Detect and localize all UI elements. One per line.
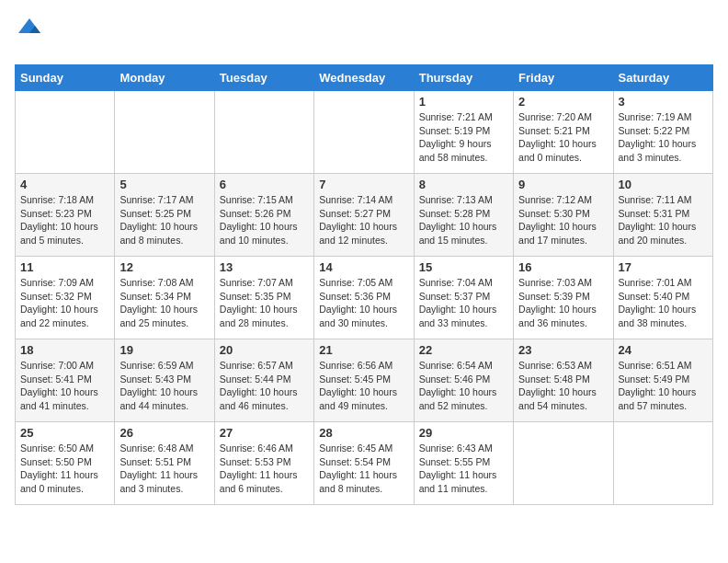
week-row-1: 1Sunrise: 7:21 AM Sunset: 5:19 PM Daylig…	[16, 91, 713, 174]
header-cell-thursday: Thursday	[414, 65, 513, 91]
day-cell: 23Sunrise: 6:53 AM Sunset: 5:48 PM Dayli…	[514, 339, 613, 422]
day-cell: 12Sunrise: 7:08 AM Sunset: 5:34 PM Dayli…	[115, 257, 214, 339]
day-cell: 29Sunrise: 6:43 AM Sunset: 5:55 PM Dayli…	[414, 422, 513, 505]
day-cell	[16, 91, 115, 174]
day-number: 13	[220, 260, 309, 274]
day-number: 24	[619, 343, 708, 357]
day-number: 8	[419, 178, 508, 191]
day-info: Sunrise: 6:46 AM Sunset: 5:53 PM Dayligh…	[220, 442, 309, 496]
day-number: 14	[319, 260, 408, 274]
day-cell	[115, 91, 214, 174]
day-info: Sunrise: 7:08 AM Sunset: 5:34 PM Dayligh…	[119, 276, 209, 330]
day-info: Sunrise: 7:20 AM Sunset: 5:21 PM Dayligh…	[518, 110, 608, 165]
day-info: Sunrise: 7:12 AM Sunset: 5:30 PM Dayligh…	[518, 193, 608, 247]
day-cell	[214, 91, 313, 174]
day-cell: 9Sunrise: 7:12 AM Sunset: 5:30 PM Daylig…	[514, 174, 613, 257]
calendar-header: SundayMondayTuesdayWednesdayThursdayFrid…	[16, 65, 713, 91]
header-cell-saturday: Saturday	[613, 65, 712, 91]
day-number: 2	[518, 95, 608, 109]
day-info: Sunrise: 7:01 AM Sunset: 5:40 PM Dayligh…	[619, 276, 708, 330]
calendar-body: 1Sunrise: 7:21 AM Sunset: 5:19 PM Daylig…	[16, 91, 713, 505]
day-info: Sunrise: 7:03 AM Sunset: 5:39 PM Dayligh…	[518, 276, 608, 330]
day-number: 19	[119, 343, 209, 357]
day-cell: 1Sunrise: 7:21 AM Sunset: 5:19 PM Daylig…	[414, 91, 513, 174]
day-cell: 13Sunrise: 7:07 AM Sunset: 5:35 PM Dayli…	[214, 257, 313, 339]
day-number: 22	[419, 343, 508, 357]
day-info: Sunrise: 7:00 AM Sunset: 5:41 PM Dayligh…	[20, 359, 109, 413]
day-info: Sunrise: 6:59 AM Sunset: 5:43 PM Dayligh…	[119, 359, 209, 413]
day-info: Sunrise: 7:19 AM Sunset: 5:22 PM Dayligh…	[619, 110, 708, 165]
day-info: Sunrise: 6:56 AM Sunset: 5:45 PM Dayligh…	[319, 359, 408, 413]
day-number: 15	[419, 260, 508, 274]
header-row: SundayMondayTuesdayWednesdayThursdayFrid…	[16, 65, 713, 91]
header-cell-friday: Friday	[514, 65, 613, 91]
day-info: Sunrise: 7:21 AM Sunset: 5:19 PM Dayligh…	[419, 110, 508, 165]
day-info: Sunrise: 6:50 AM Sunset: 5:50 PM Dayligh…	[20, 442, 109, 496]
day-info: Sunrise: 6:43 AM Sunset: 5:55 PM Dayligh…	[419, 442, 508, 496]
day-cell: 2Sunrise: 7:20 AM Sunset: 5:21 PM Daylig…	[514, 91, 613, 174]
week-row-5: 25Sunrise: 6:50 AM Sunset: 5:50 PM Dayli…	[16, 422, 713, 505]
day-cell: 5Sunrise: 7:17 AM Sunset: 5:25 PM Daylig…	[115, 174, 214, 257]
day-cell: 24Sunrise: 6:51 AM Sunset: 5:49 PM Dayli…	[613, 339, 712, 422]
day-number: 5	[119, 178, 209, 191]
day-cell: 18Sunrise: 7:00 AM Sunset: 5:41 PM Dayli…	[16, 339, 115, 422]
day-cell: 10Sunrise: 7:11 AM Sunset: 5:31 PM Dayli…	[613, 174, 712, 257]
header	[15, 15, 713, 57]
week-row-3: 11Sunrise: 7:09 AM Sunset: 5:32 PM Dayli…	[16, 257, 713, 339]
day-number: 27	[220, 426, 309, 440]
day-number: 28	[319, 426, 408, 440]
header-cell-tuesday: Tuesday	[214, 65, 313, 91]
day-info: Sunrise: 7:14 AM Sunset: 5:27 PM Dayligh…	[319, 193, 408, 247]
day-info: Sunrise: 7:05 AM Sunset: 5:36 PM Dayligh…	[319, 276, 408, 330]
day-number: 7	[319, 178, 408, 191]
logo	[15, 15, 42, 57]
day-cell: 27Sunrise: 6:46 AM Sunset: 5:53 PM Dayli…	[214, 422, 313, 505]
day-number: 16	[518, 260, 608, 274]
calendar-table: SundayMondayTuesdayWednesdayThursdayFrid…	[15, 64, 713, 505]
day-cell: 20Sunrise: 6:57 AM Sunset: 5:44 PM Dayli…	[214, 339, 313, 422]
day-cell: 11Sunrise: 7:09 AM Sunset: 5:32 PM Dayli…	[16, 257, 115, 339]
day-number: 6	[220, 178, 309, 191]
day-info: Sunrise: 6:51 AM Sunset: 5:49 PM Dayligh…	[619, 359, 708, 413]
day-cell: 25Sunrise: 6:50 AM Sunset: 5:50 PM Dayli…	[16, 422, 115, 505]
day-info: Sunrise: 7:13 AM Sunset: 5:28 PM Dayligh…	[419, 193, 508, 247]
day-number: 4	[20, 178, 109, 191]
day-cell	[314, 91, 414, 174]
day-info: Sunrise: 6:57 AM Sunset: 5:44 PM Dayligh…	[220, 359, 309, 413]
day-cell: 7Sunrise: 7:14 AM Sunset: 5:27 PM Daylig…	[314, 174, 414, 257]
day-number: 1	[419, 95, 508, 109]
day-info: Sunrise: 7:07 AM Sunset: 5:35 PM Dayligh…	[220, 276, 309, 330]
day-info: Sunrise: 6:45 AM Sunset: 5:54 PM Dayligh…	[319, 442, 408, 496]
day-number: 9	[518, 178, 608, 191]
day-number: 23	[518, 343, 608, 357]
day-number: 20	[220, 343, 309, 357]
week-row-4: 18Sunrise: 7:00 AM Sunset: 5:41 PM Dayli…	[16, 339, 713, 422]
day-number: 29	[419, 426, 508, 440]
day-cell: 28Sunrise: 6:45 AM Sunset: 5:54 PM Dayli…	[314, 422, 414, 505]
header-cell-sunday: Sunday	[16, 65, 115, 91]
week-row-2: 4Sunrise: 7:18 AM Sunset: 5:23 PM Daylig…	[16, 174, 713, 257]
day-number: 25	[20, 426, 109, 440]
day-number: 12	[119, 260, 209, 274]
day-number: 3	[619, 95, 708, 109]
header-cell-wednesday: Wednesday	[314, 65, 414, 91]
day-info: Sunrise: 6:48 AM Sunset: 5:51 PM Dayligh…	[119, 442, 209, 496]
day-number: 21	[319, 343, 408, 357]
day-number: 10	[619, 178, 708, 191]
day-cell: 21Sunrise: 6:56 AM Sunset: 5:45 PM Dayli…	[314, 339, 414, 422]
day-cell: 22Sunrise: 6:54 AM Sunset: 5:46 PM Dayli…	[414, 339, 513, 422]
day-cell: 8Sunrise: 7:13 AM Sunset: 5:28 PM Daylig…	[414, 174, 513, 257]
day-info: Sunrise: 6:53 AM Sunset: 5:48 PM Dayligh…	[518, 359, 608, 413]
day-cell: 15Sunrise: 7:04 AM Sunset: 5:37 PM Dayli…	[414, 257, 513, 339]
day-cell: 3Sunrise: 7:19 AM Sunset: 5:22 PM Daylig…	[613, 91, 712, 174]
day-cell: 4Sunrise: 7:18 AM Sunset: 5:23 PM Daylig…	[16, 174, 115, 257]
day-number: 26	[119, 426, 209, 440]
day-info: Sunrise: 7:04 AM Sunset: 5:37 PM Dayligh…	[419, 276, 508, 330]
day-cell	[613, 422, 712, 505]
day-cell: 17Sunrise: 7:01 AM Sunset: 5:40 PM Dayli…	[613, 257, 712, 339]
logo-icon	[17, 17, 42, 37]
day-info: Sunrise: 7:11 AM Sunset: 5:31 PM Dayligh…	[619, 193, 708, 247]
day-cell: 19Sunrise: 6:59 AM Sunset: 5:43 PM Dayli…	[115, 339, 214, 422]
day-info: Sunrise: 7:15 AM Sunset: 5:26 PM Dayligh…	[220, 193, 309, 247]
day-info: Sunrise: 7:09 AM Sunset: 5:32 PM Dayligh…	[20, 276, 109, 330]
